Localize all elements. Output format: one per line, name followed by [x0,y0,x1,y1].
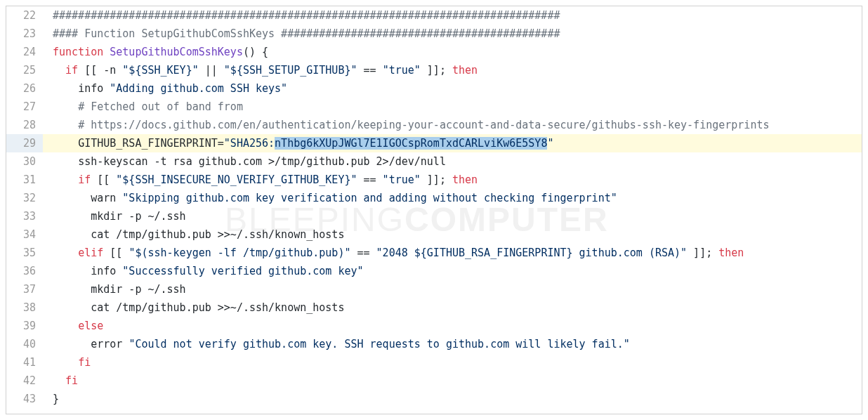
code-content[interactable]: cat /tmp/github.pub >>~/.ssh/known_hosts [43,225,862,244]
code-line[interactable]: 38 cat /tmp/github.pub >>~/.ssh/known_ho… [6,298,862,317]
code-line[interactable]: 34 cat /tmp/github.pub >>~/.ssh/known_ho… [6,225,862,244]
code-line[interactable]: 42 fi [6,372,862,390]
code-content[interactable]: GITHUB_RSA_FINGERPRINT="SHA256:nThbg6kXU… [43,134,862,152]
code-line[interactable]: 41 fi [6,353,862,372]
code-line[interactable]: 25 if [[ -n "${SSH_KEY}" || "${SSH_SETUP… [6,61,862,79]
code-content[interactable]: # https://docs.github.com/en/authenticat… [43,116,862,134]
code-content[interactable]: info "Successfully verified github.com k… [43,262,862,280]
line-number: 38 [6,298,43,317]
code-content[interactable]: } [43,390,862,408]
line-number: 22 [6,6,43,25]
code-line[interactable]: 36 info "Successfully verified github.co… [6,262,862,280]
line-number: 36 [6,262,43,280]
code-line[interactable]: 24function SetupGithubComSshKeys() { [6,43,862,61]
code-line[interactable]: 27 # Fetched out of band from [6,98,862,116]
code-content[interactable]: error "Could not verify github.com key. … [43,335,862,353]
line-number: 32 [6,189,43,207]
code-line[interactable]: 28 # https://docs.github.com/en/authenti… [6,116,862,134]
line-number: 35 [6,244,43,262]
code-line[interactable]: 43} [6,390,862,408]
line-number: 41 [6,353,43,372]
line-number: 30 [6,152,43,171]
code-content[interactable]: cat /tmp/github.pub >>~/.ssh/known_hosts [43,298,862,317]
line-number: 39 [6,317,43,335]
code-line[interactable]: 35 elif [[ "$(ssh-keygen -lf /tmp/github… [6,244,862,262]
code-content[interactable]: if [[ -n "${SSH_KEY}" || "${SSH_SETUP_GI… [43,61,862,79]
code-line[interactable]: 40 error "Could not verify github.com ke… [6,335,862,353]
line-number: 33 [6,207,43,225]
code-content[interactable]: fi [43,353,862,372]
line-number: 31 [6,171,43,189]
code-content[interactable]: warn "Skipping github.com key verificati… [43,189,862,207]
code-line[interactable]: 22######################################… [6,6,862,25]
line-number: 26 [6,79,43,98]
line-number: 40 [6,335,43,353]
code-viewer: 22######################################… [6,6,862,414]
line-number: 34 [6,225,43,244]
code-content[interactable]: mkdir -p ~/.ssh [43,280,862,298]
code-content[interactable]: elif [[ "$(ssh-keygen -lf /tmp/github.pu… [43,244,862,262]
code-content[interactable]: ssh-keyscan -t rsa github.com >/tmp/gith… [43,152,862,171]
line-number: 43 [6,390,43,408]
code-line[interactable]: 29 GITHUB_RSA_FINGERPRINT="SHA256:nThbg6… [6,134,862,152]
code-content[interactable]: else [43,317,862,335]
code-line[interactable]: 30 ssh-keyscan -t rsa github.com >/tmp/g… [6,152,862,171]
line-number: 29 [6,134,43,152]
line-number: 23 [6,25,43,43]
line-number: 37 [6,280,43,298]
code-line[interactable]: 32 warn "Skipping github.com key verific… [6,189,862,207]
line-number: 25 [6,61,43,79]
line-number: 42 [6,372,43,390]
code-content[interactable]: ########################################… [43,6,862,25]
line-number: 27 [6,98,43,116]
code-content[interactable]: info "Adding github.com SSH keys" [43,79,862,98]
line-number: 28 [6,116,43,134]
code-content[interactable]: #### Function SetupGithubComSshKeys ####… [43,25,862,43]
code-content[interactable]: # Fetched out of band from [43,98,862,116]
code-content[interactable]: if [[ "${SSH_INSECURE_NO_VERIFY_GITHUB_K… [43,171,862,189]
code-line[interactable]: 37 mkdir -p ~/.ssh [6,280,862,298]
code-line[interactable]: 23#### Function SetupGithubComSshKeys ##… [6,25,862,43]
code-content[interactable]: fi [43,372,862,390]
code-line[interactable]: 33 mkdir -p ~/.ssh [6,207,862,225]
code-content[interactable]: function SetupGithubComSshKeys() { [43,43,862,61]
code-content[interactable]: mkdir -p ~/.ssh [43,207,862,225]
line-number: 24 [6,43,43,61]
code-line[interactable]: 26 info "Adding github.com SSH keys" [6,79,862,98]
code-line[interactable]: 31 if [[ "${SSH_INSECURE_NO_VERIFY_GITHU… [6,171,862,189]
code-line[interactable]: 39 else [6,317,862,335]
